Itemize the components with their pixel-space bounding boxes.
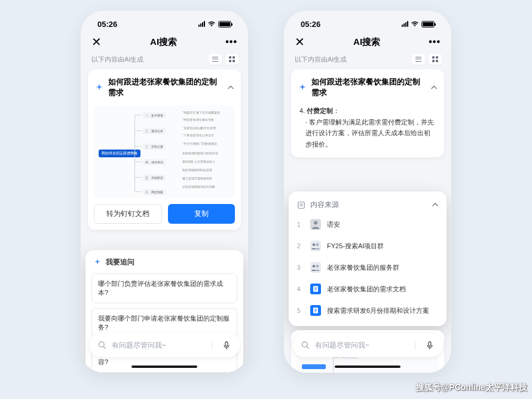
view-toggle-button-1[interactable] xyxy=(412,54,425,65)
disclaimer-row: 以下内容由AI生成 xyxy=(81,53,248,69)
topic-title: 如何跟进老张家餐饮集团的定制需求 xyxy=(108,77,224,98)
list-heading: 付费定制 xyxy=(307,107,333,114)
battery-icon xyxy=(218,21,231,28)
view-toggle-button-1[interactable] xyxy=(209,54,222,65)
copy-button[interactable]: 复制 xyxy=(168,204,235,224)
view-toggle-button-2[interactable] xyxy=(429,54,442,65)
group-icon xyxy=(310,262,321,273)
mindmap-preview[interactable]: 我如何去拟定跟进策略 一、客户背景 二、需求分析 三、定制方案 四、成本评估 五… xyxy=(94,105,235,198)
mic-icon[interactable] xyxy=(222,340,231,350)
source-item[interactable]: 5 搜索需求研发6月份排期和设计方案 xyxy=(289,300,447,321)
status-time: 05:26 xyxy=(97,20,117,29)
status-time: 05:26 xyxy=(301,20,320,29)
svg-rect-2 xyxy=(225,342,228,346)
chat-input-placeholder: 有问题尽管问我~ xyxy=(112,340,202,351)
topic-card-header[interactable]: 如何跟进老张家餐饮集团的定制需求 xyxy=(88,69,241,105)
more-button[interactable]: ••• xyxy=(225,36,237,47)
sources-panel: 内容来源 1 语安 2 xyxy=(289,191,447,326)
disclaimer-text: 以下内容由AI生成 xyxy=(295,55,347,64)
status-icons xyxy=(402,21,435,28)
chat-input-bar[interactable]: 有问题尽管问我~ xyxy=(89,333,240,357)
group-icon xyxy=(310,240,321,251)
svg-point-7 xyxy=(313,243,316,246)
signal-icon xyxy=(198,21,205,27)
battery-icon xyxy=(421,21,435,28)
disclaimer-row: 以下内容由AI生成 xyxy=(284,53,451,69)
followup-question[interactable]: 哪个部门负责评估老张家餐饮集团的需求成本? xyxy=(91,273,237,303)
phone-left: 05:26 ✕ AI搜索 ••• 以下内容由AI生成 xyxy=(81,11,248,373)
svg-point-9 xyxy=(313,265,316,268)
topic-card-header[interactable]: 如何跟进老张家餐饮集团的定制需求 xyxy=(291,69,444,105)
svg-line-26 xyxy=(307,346,308,348)
chevron-up-icon xyxy=(228,86,234,90)
source-item[interactable]: 1 语安 xyxy=(289,214,447,235)
list-number: 4. xyxy=(299,107,305,114)
svg-point-10 xyxy=(316,265,319,268)
view-toggle-button-2[interactable] xyxy=(225,54,239,65)
home-indicator xyxy=(132,366,197,368)
close-button[interactable]: ✕ xyxy=(91,36,102,48)
app-header: ✕ AI搜索 ••• xyxy=(81,32,248,53)
search-icon xyxy=(97,340,107,350)
topic-card: 如何跟进老张家餐饮集团的定制需求 4. 付费定制： · 客户需理解为满足此需求需… xyxy=(291,69,444,157)
signal-icon xyxy=(402,21,408,27)
svg-line-1 xyxy=(103,346,105,348)
content-area: 如何跟进老张家餐饮集团的定制需求 4. 付费定制： · 客户需理解为满足此需求需… xyxy=(284,69,451,373)
source-label: 老张家餐饮集团的服务群 xyxy=(327,263,399,272)
page-title: AI搜索 xyxy=(353,36,380,48)
home-indicator xyxy=(335,366,400,368)
content-area: 如何跟进老张家餐饮集团的定制需求 我如何去拟定跟进策略 一、客户背景 二、需求分… xyxy=(81,69,248,373)
status-bar: 05:26 xyxy=(284,11,451,32)
sparkle-icon xyxy=(298,83,307,92)
topic-title: 如何跟进老张家餐饮集团的定制需求 xyxy=(311,77,427,98)
list-detail: 客户需理解为满足此需求需付费定制，并先进行设计方案，评估所需人天成本后给出初步报… xyxy=(305,118,434,148)
source-label: 搜索需求研发6月份排期和设计方案 xyxy=(327,306,429,315)
close-button[interactable]: ✕ xyxy=(295,36,305,48)
sources-icon xyxy=(297,201,305,209)
sparkle-icon xyxy=(94,258,102,267)
watermark: 搜狐号@PConline太平洋科技 xyxy=(416,382,527,393)
followup-title-text: 我要追问 xyxy=(106,257,134,267)
disclaimer-text: 以下内容由AI生成 xyxy=(91,55,143,64)
answer-body: 4. 付费定制： · 客户需理解为满足此需求需付费定制，并先进行设计方案，评估所… xyxy=(291,105,444,157)
doc-icon xyxy=(310,284,321,294)
source-label: 老张家餐饮集团的需求文档 xyxy=(327,285,406,294)
status-icons xyxy=(198,21,231,28)
wifi-icon xyxy=(207,21,216,27)
svg-rect-27 xyxy=(429,342,431,346)
chevron-up-icon xyxy=(431,86,437,90)
source-label: FY25-搜索AI项目群 xyxy=(327,242,384,251)
search-icon xyxy=(301,340,310,350)
svg-point-6 xyxy=(314,221,317,225)
divider xyxy=(415,340,415,350)
divider xyxy=(212,340,212,350)
avatar-icon xyxy=(310,219,321,230)
sources-title: 内容来源 xyxy=(310,200,339,210)
source-item[interactable]: 3 老张家餐饮集团的服务群 xyxy=(289,257,447,278)
app-header: ✕ AI搜索 ••• xyxy=(284,32,451,53)
svg-rect-3 xyxy=(298,202,305,208)
topic-card: 如何跟进老张家餐饮集团的定制需求 我如何去拟定跟进策略 一、客户背景 二、需求分… xyxy=(88,69,241,230)
phone-right: 05:26 ✕ AI搜索 ••• 以下内容由AI生成 xyxy=(284,11,451,373)
source-item[interactable]: 4 老张家餐饮集团的需求文档 xyxy=(289,278,447,300)
source-label: 语安 xyxy=(327,220,340,229)
svg-point-8 xyxy=(316,243,319,246)
source-item[interactable]: 2 FY25-搜索AI项目群 xyxy=(289,235,447,257)
wifi-icon xyxy=(411,21,419,27)
mic-icon[interactable] xyxy=(425,340,435,350)
status-bar: 05:26 xyxy=(81,11,248,32)
chevron-up-icon[interactable] xyxy=(432,203,438,207)
more-button[interactable]: ••• xyxy=(429,36,441,47)
svg-point-0 xyxy=(99,342,104,347)
page-title: AI搜索 xyxy=(150,36,177,48)
svg-point-25 xyxy=(302,342,307,347)
doc-icon xyxy=(310,305,321,316)
chat-input-bar[interactable]: 有问题尽管问我~ xyxy=(292,333,443,357)
sparkle-icon xyxy=(95,83,103,92)
convert-doc-button[interactable]: 转为钉钉文档 xyxy=(94,204,162,224)
chat-input-placeholder: 有问题尽管问我~ xyxy=(315,340,405,351)
